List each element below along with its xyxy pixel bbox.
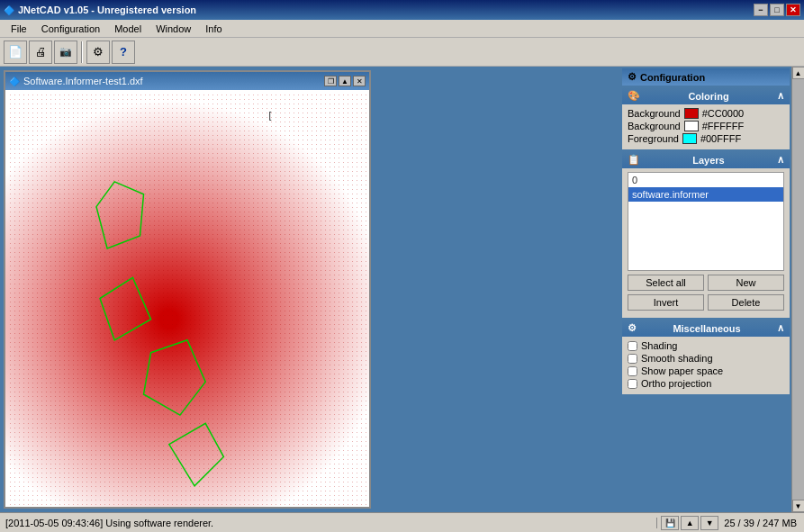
coloring-collapse-icon[interactable]: ∧	[777, 90, 784, 102]
bg2-swatch[interactable]	[684, 121, 699, 131]
layer-number: 0	[628, 173, 783, 187]
show-paper-space-label: Show paper space	[641, 365, 723, 376]
titlebar-controls: − □ ✕	[754, 4, 800, 16]
menu-window[interactable]: Window	[149, 22, 198, 36]
fg-hex: #00FFFF	[700, 133, 741, 144]
screenshot-button[interactable]: 📷	[54, 41, 77, 64]
fg-swatch[interactable]	[682, 133, 697, 144]
show-paper-space-checkbox[interactable]	[628, 366, 637, 376]
config-title: Configuration	[640, 72, 705, 83]
new-document-button[interactable]: 📄	[4, 41, 27, 64]
ortho-projection-label: Ortho projection	[641, 378, 711, 389]
scroll-down-button[interactable]: ▼	[792, 500, 805, 512]
bg2-row: Background #FFFFFF	[628, 121, 784, 131]
title-bar-left: 🔷 JNetCAD v1.05 - Unregistered version	[4, 5, 196, 15]
show-paper-space-row: Show paper space	[628, 365, 784, 376]
invert-button[interactable]: Invert	[628, 294, 704, 311]
bg1-hex: #CC0000	[702, 108, 744, 119]
canvas-title-bar: 🔷 Software.Informer-test1.dxf ❐ ▲ ✕	[5, 72, 369, 90]
minimize-button[interactable]: −	[754, 4, 768, 16]
select-all-button[interactable]: Select all	[628, 275, 704, 291]
coloring-label: Coloring	[688, 91, 728, 102]
canvas-titlebar-controls: ❐ ▲ ✕	[324, 76, 366, 86]
misc-section: ⚙ Miscellaneous ∧ Shading Smooth shading…	[622, 320, 790, 394]
layers-list[interactable]: 0 software.informer	[628, 172, 784, 271]
settings-button[interactable]: ⚙	[86, 41, 110, 64]
coloring-header: 🎨 Coloring ∧	[622, 87, 790, 104]
config-icon: ⚙	[628, 71, 637, 83]
menu-model[interactable]: Model	[107, 22, 149, 36]
menu-configuration[interactable]: Configuration	[34, 22, 107, 36]
misc-icon: ⚙	[628, 322, 637, 334]
ortho-projection-row: Ortho projection	[628, 378, 784, 389]
misc-collapse-icon[interactable]: ∧	[777, 322, 784, 334]
layers-content: 0 software.informer Select all New Inver…	[622, 168, 790, 318]
app-title: JNetCAD v1.05 - Unregistered version	[18, 5, 196, 15]
fg-label: Foreground	[628, 133, 679, 144]
bg1-swatch[interactable]	[684, 108, 699, 119]
help-button[interactable]: ?	[112, 41, 135, 64]
canvas-restore-button[interactable]: ❐	[324, 76, 337, 86]
coloring-content: Background #CC0000 Background #FFFFFF Fo…	[622, 104, 790, 149]
app-icon: 🔷	[4, 5, 14, 15]
fg-row: Foreground #00FFFF	[628, 133, 784, 144]
misc-header: ⚙ Miscellaneous ∧	[622, 320, 790, 337]
smooth-shading-row: Smooth shading	[628, 353, 784, 364]
layers-header: 📋 Layers ∧	[622, 151, 790, 168]
scroll-down-status[interactable]: ▼	[700, 516, 718, 530]
coloring-section: 🎨 Coloring ∧ Background #CC0000 Backgrou…	[622, 87, 790, 149]
canvas-window: 🔷 Software.Informer-test1.dxf ❐ ▲ ✕	[4, 70, 371, 509]
menu-file[interactable]: File	[4, 22, 34, 36]
misc-content: Shading Smooth shading Show paper space …	[622, 337, 790, 394]
status-right: 💾 ▲ ▼ 25 / 39 / 247 MB	[657, 516, 804, 530]
right-panel: ⚙ Configuration 🎨 Coloring ∧ Background …	[620, 67, 791, 512]
scroll-up-button[interactable]: ▲	[792, 67, 805, 79]
ortho-projection-checkbox[interactable]	[628, 379, 637, 389]
maximize-button[interactable]: □	[770, 4, 784, 16]
scroll-up-status[interactable]: ▲	[681, 516, 699, 530]
status-info: 25 / 39 / 247 MB	[720, 518, 800, 528]
shading-label: Shading	[641, 340, 677, 351]
canvas-maximize-button[interactable]: ▲	[339, 76, 351, 86]
status-bar: [2011-05-05 09:43:46] Using software ren…	[0, 512, 804, 532]
canvas-close-button[interactable]: ✕	[353, 76, 366, 86]
main-area: 🔷 Software.Informer-test1.dxf ❐ ▲ ✕ ⚙ Co…	[0, 67, 804, 512]
close-button[interactable]: ✕	[786, 4, 800, 16]
menu-info[interactable]: Info	[198, 22, 229, 36]
canvas-window-title: Software.Informer-test1.dxf	[23, 76, 143, 86]
layer-buttons-row2: Invert Delete	[628, 294, 784, 311]
smooth-shading-label: Smooth shading	[641, 353, 713, 364]
config-header: ⚙ Configuration	[622, 68, 790, 86]
dxf-drawing[interactable]	[5, 90, 369, 507]
bg2-hex: #FFFFFF	[702, 121, 744, 131]
shading-checkbox[interactable]	[628, 341, 637, 351]
status-icon-button[interactable]: 💾	[661, 516, 679, 530]
new-layer-button[interactable]: New	[708, 275, 784, 291]
scroll-track[interactable]	[792, 79, 805, 500]
status-text: [2011-05-05 09:43:46] Using software ren…	[0, 518, 657, 528]
bg2-label: Background	[628, 121, 681, 131]
layers-collapse-icon[interactable]: ∧	[777, 154, 784, 166]
delete-button[interactable]: Delete	[708, 294, 784, 311]
canvas-area: 🔷 Software.Informer-test1.dxf ❐ ▲ ✕	[0, 67, 620, 512]
layers-section: 📋 Layers ∧ 0 software.informer Select al…	[622, 151, 790, 318]
layer-item[interactable]: software.informer	[628, 187, 783, 202]
misc-label: Miscellaneous	[673, 323, 740, 334]
title-bar: 🔷 JNetCAD v1.05 - Unregistered version −…	[0, 0, 804, 20]
bg1-row: Background #CC0000	[628, 108, 784, 119]
coloring-icon: 🎨	[628, 90, 640, 102]
toolbar: 📄 🖨 📷 ⚙ ?	[0, 38, 804, 67]
menu-bar: File Configuration Model Window Info	[0, 20, 804, 38]
right-scrollbar: ▲ ▼	[791, 67, 804, 512]
layer-buttons-row1: Select all New	[628, 275, 784, 291]
layers-icon: 📋	[628, 154, 640, 166]
bg1-label: Background	[628, 108, 681, 119]
toolbar-separator	[81, 41, 83, 63]
print-button[interactable]: 🖨	[29, 41, 52, 64]
canvas-content[interactable]	[5, 90, 369, 507]
canvas-window-icon: 🔷	[9, 77, 20, 86]
layers-label: Layers	[692, 155, 724, 166]
smooth-shading-checkbox[interactable]	[628, 354, 637, 364]
shading-row: Shading	[628, 340, 784, 351]
